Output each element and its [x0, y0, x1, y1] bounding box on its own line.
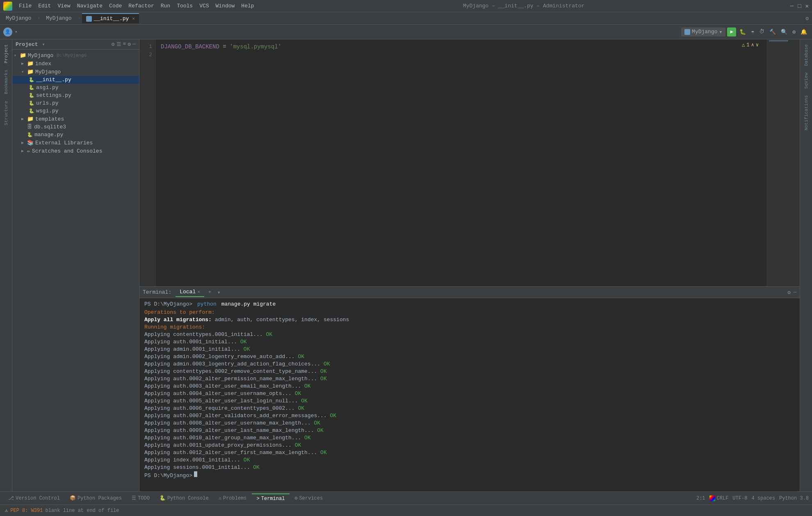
cmd-python-keyword: python	[197, 301, 217, 308]
panel-gear-icon[interactable]: ⚙	[112, 41, 115, 48]
panel-settings-icon[interactable]: ⚙	[128, 41, 131, 48]
tree-arrow-mydjango: ▾	[21, 69, 26, 74]
menu-file[interactable]: File	[16, 2, 35, 10]
status-indent[interactable]: 4 spaces	[751, 495, 775, 501]
status-tab-terminal[interactable]: > Terminal	[252, 493, 290, 503]
apply-all-label: Apply all migrations:	[144, 317, 212, 323]
notifications-button[interactable]: 🔔	[799, 28, 809, 36]
menu-navigate[interactable]: Navigate	[74, 2, 106, 10]
right-sqview-label[interactable]: SqView	[803, 71, 810, 91]
status-crlf[interactable]: CRLF	[717, 495, 729, 501]
right-database-label[interactable]: Database	[803, 43, 810, 68]
terminal-minimize-icon[interactable]: ─	[793, 289, 796, 296]
warning-count: 1	[746, 42, 749, 48]
project-breadcrumb-2[interactable]: MyDjango	[42, 14, 75, 23]
project-panel-dropdown[interactable]: ▾	[42, 41, 45, 48]
status-tab-problems[interactable]: ⚠ Problems	[214, 493, 252, 503]
panel-collapse-icon[interactable]: ─	[132, 41, 136, 48]
local-tab-close[interactable]: ×	[197, 290, 200, 295]
tree-item-db[interactable]: ▶ 🗄 db.sqlite3	[12, 123, 139, 131]
terminal-body[interactable]: PS D:\MyDjango> python manage.py migrate…	[139, 298, 800, 491]
code-line-2	[161, 51, 762, 59]
right-notifications-label[interactable]: Notifications	[803, 94, 810, 132]
tree-item-settings[interactable]: 🐍 settings.py	[12, 91, 139, 99]
tree-item-urls[interactable]: 🐍 urls.py	[12, 99, 139, 107]
user-icon[interactable]: 👤	[3, 27, 12, 37]
menu-vcs[interactable]: VCS	[196, 2, 212, 10]
tree-arrow-root: ▾	[14, 53, 19, 58]
breadcrumb-label-2: MyDjango	[46, 15, 71, 21]
terminal-add-tab[interactable]: +	[206, 288, 214, 296]
tree-root[interactable]: ▾ 📁 MyDjango D:\MyDjango	[12, 51, 139, 59]
panel-filter-icon[interactable]: ≡	[123, 41, 126, 48]
status-tab-packages[interactable]: 📦 Python Packages	[65, 493, 127, 503]
terminal-dropdown-icon[interactable]: ▾	[217, 289, 221, 296]
tree-item-init[interactable]: 🐍 __init__.py	[12, 76, 139, 84]
window-title: MyDjango – __init__.py – Administrator	[258, 3, 790, 9]
settings-button[interactable]: ⚙	[791, 28, 797, 36]
warning-nav-up[interactable]: ∧	[751, 42, 754, 48]
close-button[interactable]: ✕	[805, 2, 809, 9]
minimize-button[interactable]: ─	[790, 3, 794, 9]
menu-run[interactable]: Run	[157, 2, 173, 10]
tab-close-button[interactable]: ×	[132, 16, 135, 21]
tree-item-scratches[interactable]: ▶ ✏ Scratches and Consoles	[12, 147, 139, 155]
menu-window[interactable]: Window	[212, 2, 238, 10]
folder-icon-templates: 📁	[27, 116, 34, 122]
run-config-dropdown[interactable]: MyDjango ▾	[681, 27, 725, 37]
editor-container: 1 2 DJANGO_DB_BACKEND = 'mysql.pymysql' …	[139, 39, 800, 491]
config-dropdown-chevron: ▾	[719, 29, 723, 35]
tree-item-asgi[interactable]: 🐍 asgi.py	[12, 84, 139, 91]
build-button[interactable]: 🔨	[768, 28, 778, 36]
migration-line: Applying admin.0003_logentry_add_action_…	[144, 361, 795, 368]
status-python[interactable]: Python 3.8	[779, 495, 809, 501]
tab-settings-icon[interactable]: ⚙	[805, 15, 809, 22]
search-button[interactable]: 🔍	[779, 28, 789, 36]
tree-item-external[interactable]: ▶ 📚 External Libraries	[12, 139, 139, 147]
file-tab-init[interactable]: __init__.py ×	[82, 13, 139, 23]
menu-tools[interactable]: Tools	[173, 2, 196, 10]
debug-button[interactable]: 🐛	[738, 28, 748, 36]
panel-list-icon[interactable]: ☰	[116, 41, 121, 48]
run-button[interactable]: ▶	[727, 27, 736, 37]
status-tab-vcs[interactable]: ⎇ Version Control	[3, 493, 65, 503]
coverage-button[interactable]: ☂	[749, 28, 756, 36]
migration-line: Applying admin.0002_logentry_remove_auto…	[144, 353, 795, 361]
tree-init-label: __init__.py	[36, 77, 71, 83]
tree-item-mydjango[interactable]: ▾ 📁 MyDjango	[12, 68, 139, 76]
migration-line: Applying auth.0003_alter_user_email_max_…	[144, 383, 795, 390]
status-tab-todo[interactable]: ☰ TODO	[127, 493, 155, 503]
operations-header: Operations to perform:	[144, 309, 795, 316]
sidebar-project-label[interactable]: Project	[3, 43, 9, 65]
tree-item-index[interactable]: ▶ 📁 index	[12, 59, 139, 68]
tree-root-name: MyDjango	[28, 53, 53, 59]
profile-button[interactable]: ⏱	[757, 28, 766, 36]
code-editor[interactable]: DJANGO_DB_BACKEND = 'mysql.pymysql'	[156, 39, 767, 286]
menu-view[interactable]: View	[54, 2, 73, 10]
status-tab-services[interactable]: ⚙ Services	[290, 493, 328, 503]
menu-code[interactable]: Code	[106, 2, 125, 10]
migration-line: Applying contenttypes.0002_remove_conten…	[144, 368, 795, 375]
status-position[interactable]: 2:1	[696, 495, 705, 501]
tree-item-wsgi[interactable]: 🐍 wsgi.py	[12, 107, 139, 115]
notification-message: blank line at end of file	[45, 508, 119, 514]
menu-refactor[interactable]: Refactor	[125, 2, 157, 10]
maximize-button[interactable]: □	[798, 3, 801, 9]
status-tab-python-console[interactable]: 🐍 Python Console	[155, 493, 214, 503]
sidebar-bookmarks-label[interactable]: Bookmarks	[3, 68, 9, 96]
sidebar-structure-label[interactable]: Structure	[3, 99, 9, 127]
menu-help[interactable]: Help	[238, 2, 257, 10]
project-breadcrumb-1[interactable]: MyDjango	[2, 14, 35, 23]
terminal-tab-local[interactable]: Local ×	[176, 288, 204, 297]
tree-item-templates[interactable]: ▶ 📁 templates	[12, 115, 139, 123]
tree-db-label: db.sqlite3	[34, 124, 66, 130]
menu-edit[interactable]: Edit	[35, 2, 54, 10]
user-dropdown-icon[interactable]: ▾	[15, 29, 18, 34]
code-string: 'mysql.pymysql'	[230, 43, 281, 51]
tree-mydjango-label: MyDjango	[35, 69, 61, 75]
terminal-settings-icon[interactable]: ⚙	[787, 289, 791, 296]
status-charset[interactable]: UTF-8	[732, 495, 747, 501]
tree-item-manage[interactable]: ▶ 🐍 manage.py	[12, 131, 139, 139]
warning-nav-down[interactable]: ∨	[756, 42, 759, 48]
migration-line: Applying index.0001_initial... OK	[144, 457, 795, 464]
